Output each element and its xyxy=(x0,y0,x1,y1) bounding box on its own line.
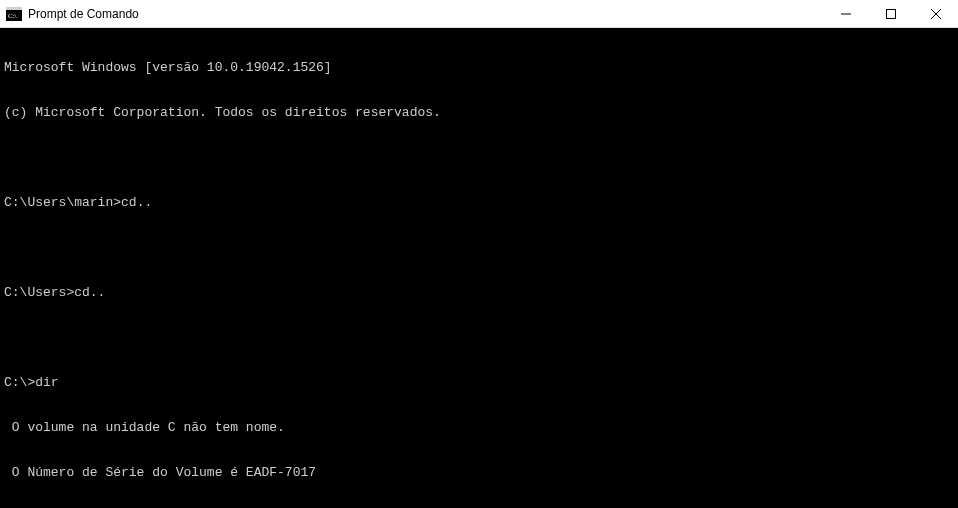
command-text: cd.. xyxy=(121,195,152,210)
header-line: Microsoft Windows [versão 10.0.19042.152… xyxy=(4,60,954,75)
svg-rect-1 xyxy=(6,7,22,10)
terminal-output[interactable]: Microsoft Windows [versão 10.0.19042.152… xyxy=(0,28,958,508)
minimize-button[interactable] xyxy=(823,0,868,27)
command-text: cd.. xyxy=(74,285,105,300)
blank-line xyxy=(4,240,954,255)
minimize-icon xyxy=(841,9,851,19)
command-line: C:\Users>cd.. xyxy=(4,285,954,300)
window-title: Prompt de Comando xyxy=(28,7,823,21)
volume-line: O volume na unidade C não tem nome. xyxy=(4,420,954,435)
command-line: C:\>dir xyxy=(4,375,954,390)
command-prompt-window: C:\ Prompt de Comando xyxy=(0,0,958,508)
titlebar: C:\ Prompt de Comando xyxy=(0,0,958,28)
prompt: C:\Users\marin> xyxy=(4,195,121,210)
close-button[interactable] xyxy=(913,0,958,27)
prompt: C:\> xyxy=(4,375,35,390)
app-icon: C:\ xyxy=(6,6,22,22)
command-text: dir xyxy=(35,375,58,390)
prompt: C:\Users> xyxy=(4,285,74,300)
blank-line xyxy=(4,330,954,345)
window-controls xyxy=(823,0,958,27)
serial-line: O Número de Série do Volume é EADF-7017 xyxy=(4,465,954,480)
svg-text:C:\: C:\ xyxy=(8,12,17,20)
svg-rect-4 xyxy=(886,9,895,18)
command-line: C:\Users\marin>cd.. xyxy=(4,195,954,210)
maximize-button[interactable] xyxy=(868,0,913,27)
blank-line xyxy=(4,150,954,165)
copyright-line: (c) Microsoft Corporation. Todos os dire… xyxy=(4,105,954,120)
maximize-icon xyxy=(886,9,896,19)
close-icon xyxy=(931,9,941,19)
